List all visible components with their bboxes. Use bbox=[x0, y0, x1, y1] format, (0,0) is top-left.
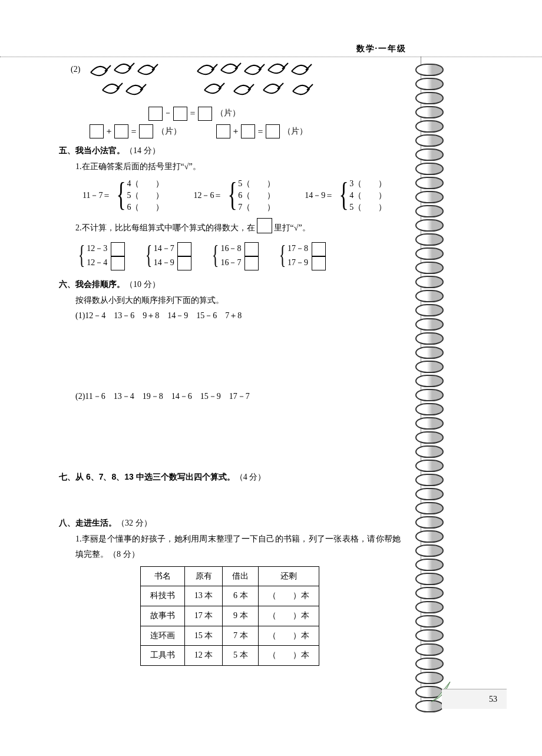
expr: 14－7 bbox=[154, 244, 174, 253]
pair: { 16－8 16－7 bbox=[209, 242, 260, 270]
s5-sub1: 1.在正确答案后面的括号里打“√”。 bbox=[75, 159, 401, 175]
check-box[interactable] bbox=[177, 256, 191, 270]
pair: { 12－3 12－4 bbox=[75, 242, 126, 270]
expr: 17－8 bbox=[287, 244, 308, 253]
inline-box-icon bbox=[257, 218, 272, 233]
expr: 14－9 bbox=[154, 258, 174, 267]
workspace bbox=[59, 404, 401, 469]
s5-pairs: { 12－3 12－4 { 14－7 14－9 { 16－8 16－7 bbox=[75, 242, 401, 270]
table-row: 科技书 13 本 6 本 （ ）本 bbox=[140, 586, 319, 606]
leaf-group-left bbox=[85, 77, 170, 86]
choice[interactable]: 5（ ） bbox=[127, 190, 164, 202]
blank-box[interactable] bbox=[173, 107, 187, 121]
choice[interactable]: 6（ ） bbox=[127, 202, 164, 213]
running-header: 数学·一年级 bbox=[356, 44, 407, 54]
header-rule bbox=[0, 57, 542, 57]
check-box[interactable] bbox=[111, 256, 125, 270]
s6-lead: 按得数从小到大的顺序排列下面的算式。 bbox=[75, 293, 401, 309]
eq-plus-row: ＋＝ （片） ＋＝ （片） bbox=[88, 124, 401, 140]
left-brace-icon: { bbox=[212, 242, 219, 270]
eq-minus: －＝ （片） bbox=[147, 105, 401, 121]
blank-box[interactable] bbox=[198, 107, 212, 121]
workspace bbox=[59, 486, 401, 515]
blank-box[interactable] bbox=[216, 124, 230, 138]
left-brace-icon: { bbox=[117, 178, 126, 213]
s5-groups: 11－7＝ { 4（ ） 5（ ） 6（ ） 12－6＝ { 5（ ） 6（ ）… bbox=[82, 178, 401, 213]
choice[interactable]: 5（ ） bbox=[349, 202, 386, 213]
th: 原有 bbox=[184, 566, 223, 586]
left-brace-icon: { bbox=[279, 242, 286, 270]
s6-row2: (2)11－6 13－4 19－8 14－6 15－9 17－7 bbox=[75, 389, 401, 405]
group-rows: 5（ ） 6（ ） 7（ ） bbox=[238, 178, 275, 213]
blank-box[interactable] bbox=[148, 107, 163, 121]
blank-box[interactable] bbox=[90, 124, 104, 138]
table-row: 连环画 15 本 7 本 （ ）本 bbox=[140, 626, 319, 646]
table-row: 故事书 17 本 9 本 （ ）本 bbox=[140, 606, 319, 626]
question-2: (2) bbox=[71, 62, 401, 103]
blank-box[interactable] bbox=[266, 124, 280, 138]
choice[interactable]: 3（ ） bbox=[349, 178, 386, 190]
table-row: 工具书 12 本 5 本 （ ）本 bbox=[140, 646, 319, 666]
s6-row1: (1)12－4 13－6 9＋8 14－9 15－6 7＋8 bbox=[75, 308, 401, 324]
group-lhs: 14－9＝ bbox=[305, 178, 336, 213]
expr: 16－7 bbox=[220, 258, 241, 267]
table-header-row: 书名 原有 借出 还剩 bbox=[140, 566, 319, 586]
page-number: 53 bbox=[489, 695, 497, 704]
blank-box[interactable] bbox=[114, 124, 128, 138]
check-box[interactable] bbox=[244, 242, 259, 256]
pair: { 17－8 17－9 bbox=[276, 242, 327, 270]
section-6-title: 六、我会排顺序。 bbox=[59, 279, 125, 289]
choice[interactable]: 5（ ） bbox=[238, 178, 275, 190]
books-table: 书名 原有 借出 还剩 科技书 13 本 6 本 （ ）本 故事书 17 本 9… bbox=[140, 566, 320, 666]
group-lhs: 12－6＝ bbox=[193, 178, 224, 213]
th: 书名 bbox=[140, 566, 184, 586]
page: 数学·一年级 (2) bbox=[0, 0, 542, 756]
s5-sub2-a: 2.不计算，比比每组算式中哪个算式的得数大，在 bbox=[75, 223, 255, 232]
check-box[interactable] bbox=[111, 242, 125, 256]
left-brace-icon: { bbox=[145, 242, 152, 270]
section-7-points: （4 分） bbox=[235, 473, 266, 481]
section-5-points: （14 分） bbox=[125, 146, 160, 155]
blank-box[interactable] bbox=[241, 124, 255, 138]
bracket-group: 12－6＝ { 5（ ） 6（ ） 7（ ） bbox=[193, 178, 275, 213]
bracket-group: 14－9＝ { 3（ ） 4（ ） 5（ ） bbox=[305, 178, 386, 213]
left-brace-icon: { bbox=[228, 178, 237, 213]
section-6-points: （10 分） bbox=[125, 280, 160, 289]
unit-label: （片） bbox=[283, 127, 308, 136]
choice[interactable]: 6（ ） bbox=[238, 190, 275, 202]
check-box[interactable] bbox=[312, 256, 326, 270]
th: 还剩 bbox=[259, 566, 319, 586]
s5-sub2-b: 里打“√”。 bbox=[274, 223, 310, 232]
workspace bbox=[59, 324, 401, 389]
check-box[interactable] bbox=[177, 242, 191, 256]
section-5-title: 五、我当小法官。 bbox=[59, 146, 125, 155]
choice[interactable]: 7（ ） bbox=[238, 202, 275, 213]
expr: 17－9 bbox=[287, 258, 308, 267]
blank-box[interactable] bbox=[139, 124, 153, 138]
pair: { 14－7 14－9 bbox=[143, 242, 193, 270]
s5-sub2: 2.不计算，比比每组算式中哪个算式的得数大，在里打“√”。 bbox=[75, 218, 401, 236]
check-box[interactable] bbox=[312, 242, 326, 256]
section-8-points: （32 分） bbox=[117, 519, 152, 527]
group-lhs: 11－7＝ bbox=[82, 178, 113, 213]
expr: 12－4 bbox=[87, 258, 107, 267]
page-number-box: 53 bbox=[442, 689, 507, 709]
section-7-title: 七、从 6、7、8、13 中选三个数写出四个算式。 bbox=[59, 472, 235, 481]
expr: 16－8 bbox=[220, 244, 241, 253]
choice[interactable]: 4（ ） bbox=[127, 178, 164, 190]
th: 借出 bbox=[223, 566, 259, 586]
bracket-group: 11－7＝ { 4（ ） 5（ ） 6（ ） bbox=[82, 178, 164, 213]
expr: 12－3 bbox=[87, 244, 107, 253]
group-rows: 3（ ） 4（ ） 5（ ） bbox=[349, 178, 386, 213]
s8-sub1: 1.李丽是个懂事的好孩子，她利用周末整理了一下自己的书籍，列了一张表格，请你帮她… bbox=[75, 531, 401, 563]
left-brace-icon: { bbox=[78, 242, 85, 270]
left-brace-icon: { bbox=[339, 178, 349, 213]
choice[interactable]: 4（ ） bbox=[349, 190, 386, 202]
q2-label: (2) bbox=[71, 65, 80, 74]
spiral-binding-icon: // coils drawn after data population bel… bbox=[415, 62, 445, 698]
unit-label: （片） bbox=[216, 108, 240, 117]
check-box[interactable] bbox=[244, 256, 259, 270]
group-rows: 4（ ） 5（ ） 6（ ） bbox=[127, 178, 164, 213]
unit-label: （片） bbox=[157, 127, 181, 136]
content-area: (2) bbox=[59, 62, 401, 666]
